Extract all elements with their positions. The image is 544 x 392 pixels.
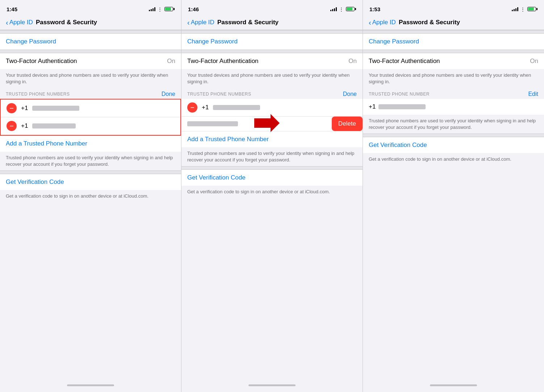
wifi-icon-3: ⋮ <box>520 7 525 12</box>
screen1: 1:45 ⋮ ‹ Apple ID Password & Security <box>0 0 181 392</box>
chevron-left-icon-1: ‹ <box>6 19 8 26</box>
phone-row-2: − +1 <box>1 117 180 135</box>
change-password-section-1: Change Password <box>0 34 181 50</box>
home-indicator-3 <box>363 382 544 392</box>
two-factor-value-3: On <box>530 58 538 65</box>
trusted-inline-desc-3: Trusted phone numbers are used to verify… <box>363 115 544 134</box>
verification-link-1[interactable]: Get Verification Code <box>6 178 64 185</box>
trusted-header-label-2: TRUSTED PHONE NUMBERS <box>187 92 251 97</box>
phone-prefix-3: +1 <box>369 103 376 110</box>
change-password-item-3[interactable]: Change Password <box>363 34 544 50</box>
verification-section-1: Get Verification Code <box>0 174 181 190</box>
home-bar-1 <box>67 384 114 386</box>
two-factor-label-1: Two-Factor Authentication <box>6 58 77 65</box>
phone-row-1: − +1 <box>1 100 180 117</box>
back-button-2[interactable]: ‹ Apple ID <box>187 19 214 26</box>
signal-icon-1 <box>149 7 155 11</box>
phone-list-outline-1: − +1 − +1 <box>0 99 181 136</box>
two-factor-label-2: Two-Factor Authentication <box>187 58 259 65</box>
verification-link-3[interactable]: Get Verification Code <box>369 142 427 148</box>
add-trusted-section-1: Add a Trusted Phone Number <box>0 136 181 152</box>
time-1: 1:45 <box>7 6 17 12</box>
trusted-header-1: TRUSTED PHONE NUMBERS Done <box>0 88 181 99</box>
phone-blurred-3 <box>378 104 426 109</box>
status-icons-3: ⋮ <box>512 7 537 12</box>
trusted-edit-3[interactable]: Edit <box>528 91 538 97</box>
two-factor-section-3: Two-Factor Authentication On <box>363 53 544 69</box>
time-2: 1:46 <box>188 6 199 12</box>
minus-button-2[interactable]: − <box>7 121 17 131</box>
wifi-icon-1: ⋮ <box>158 7 162 12</box>
minus-button-s2-1[interactable]: − <box>187 102 197 113</box>
home-indicator-1 <box>0 382 181 392</box>
change-password-link-3[interactable]: Change Password <box>369 38 419 45</box>
two-factor-item-3: Two-Factor Authentication On <box>363 53 544 69</box>
trusted-done-1[interactable]: Done <box>162 91 175 97</box>
trusted-desc-2: Trusted phone numbers are used to verify… <box>181 147 363 166</box>
two-factor-section-1: Two-Factor Authentication On <box>0 53 181 69</box>
verification-item-2[interactable]: Get Verification Code <box>181 170 363 186</box>
nav-bar-1: ‹ Apple ID Password & Security <box>0 16 181 30</box>
two-factor-item-2: Two-Factor Authentication On <box>181 53 363 69</box>
signal-icon-3 <box>512 7 518 11</box>
back-label-1: Apple ID <box>9 19 33 26</box>
phone-prefix-2: +1 <box>21 122 28 130</box>
time-3: 1:53 <box>369 6 380 12</box>
arrow-container-2 <box>254 114 280 134</box>
home-bar-2 <box>248 384 296 386</box>
phone-swipe-blurred-2 <box>187 121 238 126</box>
wifi-icon-2: ⋮ <box>339 7 344 12</box>
add-trusted-item-2[interactable]: Add a Trusted Phone Number <box>181 131 363 147</box>
two-factor-item-1: Two-Factor Authentication On <box>0 53 181 69</box>
phone-prefix-1: +1 <box>21 105 28 112</box>
verification-item-1[interactable]: Get Verification Code <box>0 174 181 190</box>
phone-blurred-s2-1 <box>213 105 260 110</box>
svg-marker-0 <box>254 114 280 132</box>
back-button-1[interactable]: ‹ Apple ID <box>6 19 33 26</box>
phone-section-3: +1 <box>363 99 544 115</box>
two-factor-desc-3: Your trusted devices and phone numbers a… <box>363 69 544 88</box>
trusted-done-2[interactable]: Done <box>343 91 357 97</box>
minus-button-1[interactable]: − <box>7 103 17 113</box>
trusted-desc-1: Trusted phone numbers are used to verify… <box>0 152 181 170</box>
phone-item-3: +1 <box>363 99 544 115</box>
trusted-header-3: TRUSTED PHONE NUMBER Edit <box>363 88 544 99</box>
two-factor-section-2: Two-Factor Authentication On <box>181 53 363 69</box>
change-password-section-3: Change Password <box>363 34 544 50</box>
change-password-item-2[interactable]: Change Password <box>181 34 363 50</box>
verification-section-2: Get Verification Code <box>181 170 363 186</box>
change-password-link-2[interactable]: Change Password <box>187 38 238 45</box>
two-factor-value-1: On <box>167 58 175 65</box>
delete-button-2[interactable]: Delete <box>332 117 363 131</box>
add-trusted-section-2: Add a Trusted Phone Number <box>181 131 363 147</box>
page-title-3: Password & Security <box>399 19 460 26</box>
change-password-section-2: Change Password <box>181 34 363 50</box>
phone-blurred-1 <box>32 106 79 111</box>
verification-desc-3: Get a verification code to sign in on an… <box>363 153 544 165</box>
phone-row-s2-2: Delete <box>181 117 363 131</box>
back-button-3[interactable]: ‹ Apple ID <box>369 19 396 26</box>
verification-link-2[interactable]: Get Verification Code <box>187 174 246 181</box>
verification-desc-2: Get a verification code to sign in on an… <box>181 186 363 198</box>
add-trusted-link-1[interactable]: Add a Trusted Phone Number <box>6 140 87 147</box>
status-bar-2: 1:46 ⋮ <box>181 0 363 16</box>
add-trusted-link-2[interactable]: Add a Trusted Phone Number <box>187 136 269 143</box>
trusted-header-label-3: TRUSTED PHONE NUMBER <box>369 92 430 97</box>
battery-icon-2 <box>346 7 356 11</box>
verification-item-3[interactable]: Get Verification Code <box>363 137 544 153</box>
screen3: 1:53 ⋮ ‹ Apple ID Password & Security <box>363 0 544 392</box>
chevron-left-icon-2: ‹ <box>187 19 190 26</box>
chevron-left-icon-3: ‹ <box>369 19 371 26</box>
back-label-2: Apple ID <box>191 19 214 26</box>
battery-icon-1 <box>164 7 175 11</box>
status-icons-2: ⋮ <box>330 7 356 12</box>
page-title-2: Password & Security <box>217 19 279 26</box>
change-password-item-1[interactable]: Change Password <box>0 34 181 50</box>
back-label-3: Apple ID <box>372 19 396 26</box>
change-password-link-1[interactable]: Change Password <box>6 38 56 45</box>
add-trusted-item-1[interactable]: Add a Trusted Phone Number <box>0 136 181 152</box>
two-factor-desc-1: Your trusted devices and phone numbers a… <box>0 69 181 88</box>
nav-bar-3: ‹ Apple ID Password & Security <box>363 16 544 30</box>
two-factor-label-3: Two-Factor Authentication <box>369 58 440 65</box>
status-bar-3: 1:53 ⋮ <box>363 0 544 16</box>
